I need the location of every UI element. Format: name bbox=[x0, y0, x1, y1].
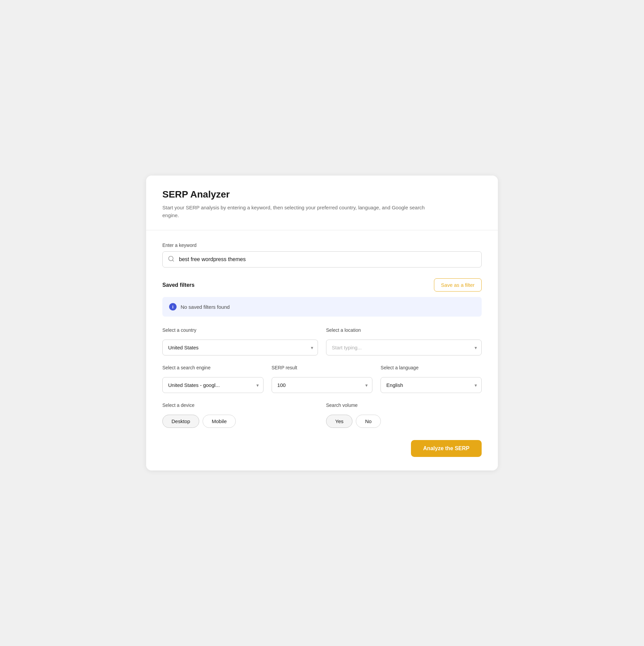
volume-toggle-group: Yes No bbox=[326, 415, 482, 428]
card-body: Enter a keyword Saved filters Save as a … bbox=[146, 230, 498, 470]
footer-row: Analyze the SERP bbox=[162, 440, 482, 457]
serp-result-select[interactable]: 10 20 50 100 bbox=[272, 377, 373, 393]
device-group: Select a device Desktop Mobile bbox=[162, 402, 318, 428]
language-group: Select a language English Spanish French… bbox=[381, 365, 482, 393]
volume-no-button[interactable]: No bbox=[356, 415, 381, 428]
analyze-button[interactable]: Analyze the SERP bbox=[411, 440, 482, 457]
search-engine-select-wrapper: United States - googl... United Kingdom … bbox=[162, 377, 263, 393]
search-engine-label: Select a search engine bbox=[162, 365, 263, 370]
svg-line-1 bbox=[172, 260, 174, 261]
serp-result-label: SERP result bbox=[272, 365, 373, 370]
keyword-input-wrapper bbox=[162, 251, 482, 268]
language-select-wrapper: English Spanish French German ▾ bbox=[381, 377, 482, 393]
main-card: SERP Analyzer Start your SERP analysis b… bbox=[146, 176, 498, 470]
country-label: Select a country bbox=[162, 327, 318, 333]
location-select-wrapper: Start typing... ▾ bbox=[326, 340, 482, 355]
device-toggle-group: Desktop Mobile bbox=[162, 415, 318, 428]
info-icon: i bbox=[169, 303, 177, 310]
country-select-wrapper: United States United Kingdom Canada Aust… bbox=[162, 340, 318, 355]
country-location-row: Select a country United States United Ki… bbox=[162, 327, 482, 355]
search-engine-group: Select a search engine United States - g… bbox=[162, 365, 263, 393]
page-description: Start your SERP analysis by entering a k… bbox=[162, 204, 440, 219]
keyword-input[interactable] bbox=[162, 251, 482, 268]
saved-filters-title: Saved filters bbox=[162, 282, 194, 288]
volume-yes-button[interactable]: Yes bbox=[326, 415, 352, 428]
device-volume-row: Select a device Desktop Mobile Search vo… bbox=[162, 402, 482, 428]
desktop-button[interactable]: Desktop bbox=[162, 415, 199, 428]
country-group: Select a country United States United Ki… bbox=[162, 327, 318, 355]
save-filter-button[interactable]: Save as a filter bbox=[434, 278, 482, 292]
location-select[interactable]: Start typing... bbox=[326, 340, 482, 355]
saved-filters-row: Saved filters Save as a filter bbox=[162, 278, 482, 292]
search-volume-label: Search volume bbox=[326, 402, 482, 408]
mobile-button[interactable]: Mobile bbox=[203, 415, 236, 428]
language-label: Select a language bbox=[381, 365, 482, 370]
no-filters-text: No saved filters found bbox=[181, 304, 230, 310]
language-select[interactable]: English Spanish French German bbox=[381, 377, 482, 393]
location-group: Select a location Start typing... ▾ bbox=[326, 327, 482, 355]
page-title: SERP Analyzer bbox=[162, 189, 482, 200]
search-volume-group: Search volume Yes No bbox=[326, 402, 482, 428]
country-select[interactable]: United States United Kingdom Canada Aust… bbox=[162, 340, 318, 355]
serp-result-group: SERP result 10 20 50 100 ▾ bbox=[272, 365, 373, 393]
serp-result-select-wrapper: 10 20 50 100 ▾ bbox=[272, 377, 373, 393]
search-engine-select[interactable]: United States - googl... United Kingdom … bbox=[162, 377, 263, 393]
card-header: SERP Analyzer Start your SERP analysis b… bbox=[146, 176, 498, 230]
no-filters-banner: i No saved filters found bbox=[162, 297, 482, 317]
engine-result-language-row: Select a search engine United States - g… bbox=[162, 365, 482, 393]
search-icon bbox=[168, 255, 175, 263]
keyword-label: Enter a keyword bbox=[162, 243, 482, 248]
location-label: Select a location bbox=[326, 327, 482, 333]
device-label: Select a device bbox=[162, 402, 318, 408]
